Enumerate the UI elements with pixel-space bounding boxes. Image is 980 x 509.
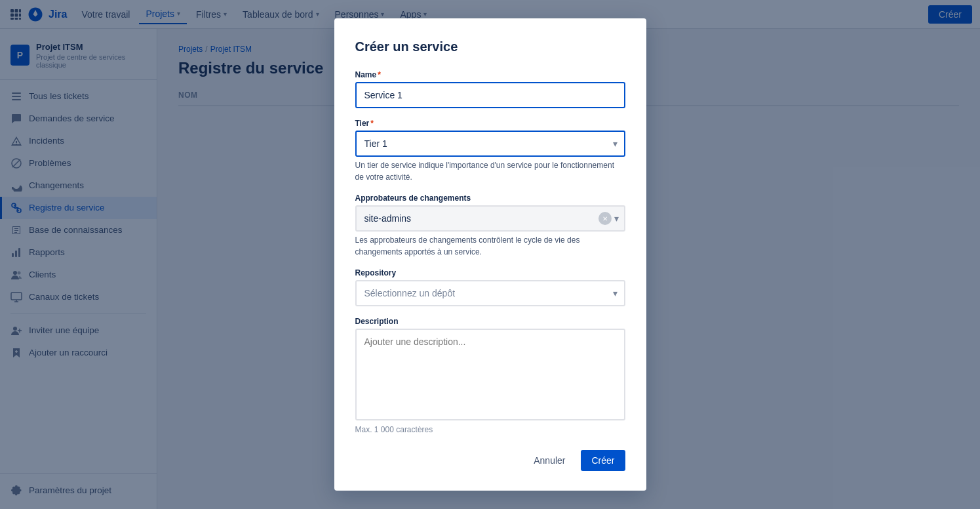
repository-field-group: Repository Sélectionnez un dépôt ▾ — [355, 268, 625, 306]
tier-select-wrapper: Tier 1 Tier 2 Tier 3 ▾ — [355, 131, 625, 157]
required-star: * — [378, 70, 381, 79]
required-star: * — [370, 119, 374, 128]
name-field-group: Name * — [355, 70, 625, 108]
description-field-group: Description Max. 1 000 caractères — [355, 317, 625, 434]
repository-select-wrapper: Sélectionnez un dépôt ▾ — [355, 280, 625, 306]
char-limit: Max. 1 000 caractères — [355, 425, 625, 434]
tier-label: Tier * — [355, 119, 625, 128]
create-service-button[interactable]: Créer — [581, 450, 625, 471]
description-textarea[interactable] — [355, 329, 625, 420]
tier-field-group: Tier * Tier 1 Tier 2 Tier 3 ▾ Un tier de… — [355, 119, 625, 183]
approvers-field-group: Approbateurs de changements site-admins … — [355, 193, 625, 258]
modal-overlay[interactable]: Créer un service Name * Tier * Tier 1 Ti… — [0, 0, 980, 509]
approvers-input[interactable]: site-admins ✕ ▾ — [355, 205, 625, 232]
chevron-down-icon[interactable]: ▾ — [614, 213, 619, 224]
create-service-modal: Créer un service Name * Tier * Tier 1 Ti… — [334, 18, 646, 491]
approvers-value: site-admins — [364, 213, 598, 224]
tier-select[interactable]: Tier 1 Tier 2 Tier 3 — [355, 131, 625, 157]
approvers-clear-button[interactable]: ✕ — [598, 212, 612, 225]
description-label: Description — [355, 317, 625, 326]
tier-hint: Un tier de service indique l'importance … — [355, 159, 625, 183]
approvers-hint: Les approbateurs de changements contrôle… — [355, 234, 625, 258]
repository-select[interactable]: Sélectionnez un dépôt — [355, 280, 625, 306]
cancel-button[interactable]: Annuler — [523, 450, 576, 471]
modal-title: Créer un service — [355, 39, 625, 54]
name-input[interactable] — [355, 82, 625, 108]
approvers-label: Approbateurs de changements — [355, 193, 625, 203]
repository-label: Repository — [355, 268, 625, 277]
modal-actions: Annuler Créer — [355, 450, 625, 471]
name-label: Name * — [355, 70, 625, 79]
